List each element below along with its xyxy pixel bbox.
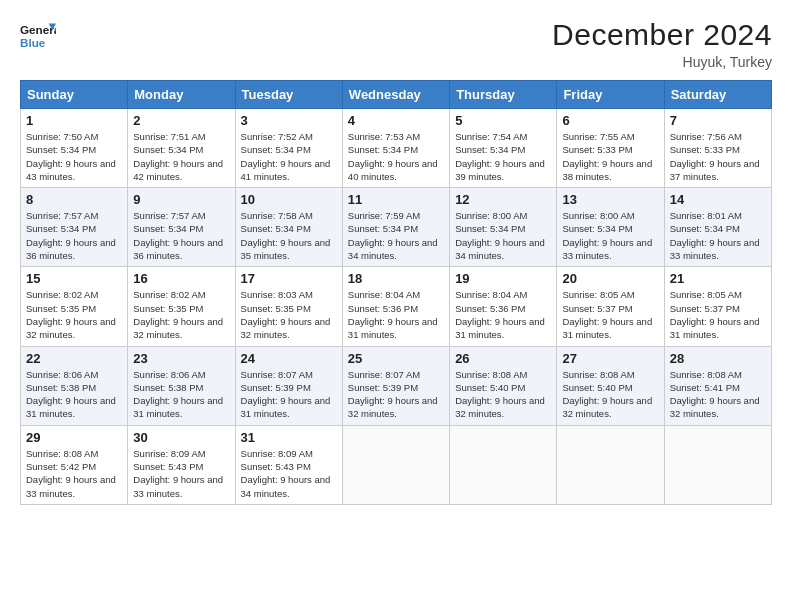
calendar-cell: 12 Sunrise: 8:00 AM Sunset: 5:34 PM Dayl…: [450, 188, 557, 267]
sunset-label: Sunset: 5:33 PM: [562, 144, 632, 155]
calendar-cell: 2 Sunrise: 7:51 AM Sunset: 5:34 PM Dayli…: [128, 109, 235, 188]
day-number: 7: [670, 113, 766, 128]
cell-info: Sunrise: 7:59 AM Sunset: 5:34 PM Dayligh…: [348, 209, 444, 262]
sunset-label: Sunset: 5:34 PM: [348, 223, 418, 234]
calendar-body: 1 Sunrise: 7:50 AM Sunset: 5:34 PM Dayli…: [21, 109, 772, 505]
calendar-cell: 17 Sunrise: 8:03 AM Sunset: 5:35 PM Dayl…: [235, 267, 342, 346]
sunrise-label: Sunrise: 7:53 AM: [348, 131, 420, 142]
calendar-cell: 18 Sunrise: 8:04 AM Sunset: 5:36 PM Dayl…: [342, 267, 449, 346]
sunrise-label: Sunrise: 8:01 AM: [670, 210, 742, 221]
sunrise-label: Sunrise: 8:08 AM: [26, 448, 98, 459]
daylight-label: Daylight: 9 hours and 31 minutes.: [670, 316, 760, 340]
sunset-label: Sunset: 5:33 PM: [670, 144, 740, 155]
day-number: 22: [26, 351, 122, 366]
day-number: 14: [670, 192, 766, 207]
daylight-label: Daylight: 9 hours and 31 minutes.: [26, 395, 116, 419]
daylight-label: Daylight: 9 hours and 43 minutes.: [26, 158, 116, 182]
cell-info: Sunrise: 7:58 AM Sunset: 5:34 PM Dayligh…: [241, 209, 337, 262]
day-number: 18: [348, 271, 444, 286]
sunrise-label: Sunrise: 8:02 AM: [133, 289, 205, 300]
sunset-label: Sunset: 5:35 PM: [241, 303, 311, 314]
daylight-label: Daylight: 9 hours and 36 minutes.: [133, 237, 223, 261]
cell-info: Sunrise: 7:56 AM Sunset: 5:33 PM Dayligh…: [670, 130, 766, 183]
calendar-cell: 29 Sunrise: 8:08 AM Sunset: 5:42 PM Dayl…: [21, 425, 128, 504]
day-number: 5: [455, 113, 551, 128]
svg-text:Blue: Blue: [20, 36, 46, 49]
cell-info: Sunrise: 8:08 AM Sunset: 5:40 PM Dayligh…: [455, 368, 551, 421]
calendar-cell: 15 Sunrise: 8:02 AM Sunset: 5:35 PM Dayl…: [21, 267, 128, 346]
sunset-label: Sunset: 5:34 PM: [670, 223, 740, 234]
day-number: 3: [241, 113, 337, 128]
sunset-label: Sunset: 5:39 PM: [241, 382, 311, 393]
calendar-cell: 3 Sunrise: 7:52 AM Sunset: 5:34 PM Dayli…: [235, 109, 342, 188]
header-day-saturday: Saturday: [664, 81, 771, 109]
calendar-cell: 25 Sunrise: 8:07 AM Sunset: 5:39 PM Dayl…: [342, 346, 449, 425]
daylight-label: Daylight: 9 hours and 31 minutes.: [133, 395, 223, 419]
logo-icon: General Blue: [20, 18, 56, 54]
day-number: 15: [26, 271, 122, 286]
daylight-label: Daylight: 9 hours and 37 minutes.: [670, 158, 760, 182]
calendar-cell: 9 Sunrise: 7:57 AM Sunset: 5:34 PM Dayli…: [128, 188, 235, 267]
calendar-cell: 6 Sunrise: 7:55 AM Sunset: 5:33 PM Dayli…: [557, 109, 664, 188]
daylight-label: Daylight: 9 hours and 40 minutes.: [348, 158, 438, 182]
sunrise-label: Sunrise: 7:55 AM: [562, 131, 634, 142]
calendar-cell: 23 Sunrise: 8:06 AM Sunset: 5:38 PM Dayl…: [128, 346, 235, 425]
header-day-sunday: Sunday: [21, 81, 128, 109]
day-number: 11: [348, 192, 444, 207]
header-day-friday: Friday: [557, 81, 664, 109]
daylight-label: Daylight: 9 hours and 32 minutes.: [241, 316, 331, 340]
cell-info: Sunrise: 7:57 AM Sunset: 5:34 PM Dayligh…: [26, 209, 122, 262]
daylight-label: Daylight: 9 hours and 32 minutes.: [26, 316, 116, 340]
cell-info: Sunrise: 8:00 AM Sunset: 5:34 PM Dayligh…: [562, 209, 658, 262]
calendar-cell: 13 Sunrise: 8:00 AM Sunset: 5:34 PM Dayl…: [557, 188, 664, 267]
sunrise-label: Sunrise: 8:00 AM: [455, 210, 527, 221]
sunrise-label: Sunrise: 8:08 AM: [670, 369, 742, 380]
sunset-label: Sunset: 5:34 PM: [241, 223, 311, 234]
week-row-1: 1 Sunrise: 7:50 AM Sunset: 5:34 PM Dayli…: [21, 109, 772, 188]
sunrise-label: Sunrise: 7:52 AM: [241, 131, 313, 142]
sunset-label: Sunset: 5:35 PM: [133, 303, 203, 314]
week-row-4: 22 Sunrise: 8:06 AM Sunset: 5:38 PM Dayl…: [21, 346, 772, 425]
logo: General Blue: [20, 18, 56, 54]
calendar-header: SundayMondayTuesdayWednesdayThursdayFrid…: [21, 81, 772, 109]
cell-info: Sunrise: 8:04 AM Sunset: 5:36 PM Dayligh…: [455, 288, 551, 341]
sunset-label: Sunset: 5:34 PM: [133, 223, 203, 234]
sunset-label: Sunset: 5:34 PM: [455, 144, 525, 155]
daylight-label: Daylight: 9 hours and 32 minutes.: [562, 395, 652, 419]
cell-info: Sunrise: 8:08 AM Sunset: 5:41 PM Dayligh…: [670, 368, 766, 421]
sunrise-label: Sunrise: 7:58 AM: [241, 210, 313, 221]
calendar-cell: 19 Sunrise: 8:04 AM Sunset: 5:36 PM Dayl…: [450, 267, 557, 346]
sunset-label: Sunset: 5:36 PM: [455, 303, 525, 314]
daylight-label: Daylight: 9 hours and 33 minutes.: [133, 474, 223, 498]
sunset-label: Sunset: 5:35 PM: [26, 303, 96, 314]
sunset-label: Sunset: 5:39 PM: [348, 382, 418, 393]
header-day-wednesday: Wednesday: [342, 81, 449, 109]
calendar-cell: 16 Sunrise: 8:02 AM Sunset: 5:35 PM Dayl…: [128, 267, 235, 346]
calendar-cell: 31 Sunrise: 8:09 AM Sunset: 5:43 PM Dayl…: [235, 425, 342, 504]
calendar-cell: 20 Sunrise: 8:05 AM Sunset: 5:37 PM Dayl…: [557, 267, 664, 346]
day-number: 1: [26, 113, 122, 128]
day-number: 23: [133, 351, 229, 366]
day-number: 24: [241, 351, 337, 366]
calendar-cell: 8 Sunrise: 7:57 AM Sunset: 5:34 PM Dayli…: [21, 188, 128, 267]
day-number: 27: [562, 351, 658, 366]
sunrise-label: Sunrise: 8:03 AM: [241, 289, 313, 300]
daylight-label: Daylight: 9 hours and 34 minutes.: [455, 237, 545, 261]
sunrise-label: Sunrise: 8:08 AM: [455, 369, 527, 380]
daylight-label: Daylight: 9 hours and 41 minutes.: [241, 158, 331, 182]
daylight-label: Daylight: 9 hours and 31 minutes.: [455, 316, 545, 340]
cell-info: Sunrise: 7:57 AM Sunset: 5:34 PM Dayligh…: [133, 209, 229, 262]
sunrise-label: Sunrise: 7:50 AM: [26, 131, 98, 142]
header-day-monday: Monday: [128, 81, 235, 109]
daylight-label: Daylight: 9 hours and 34 minutes.: [241, 474, 331, 498]
sunrise-label: Sunrise: 8:07 AM: [348, 369, 420, 380]
daylight-label: Daylight: 9 hours and 36 minutes.: [26, 237, 116, 261]
sunset-label: Sunset: 5:36 PM: [348, 303, 418, 314]
sunrise-label: Sunrise: 8:05 AM: [670, 289, 742, 300]
sunrise-label: Sunrise: 7:54 AM: [455, 131, 527, 142]
daylight-label: Daylight: 9 hours and 31 minutes.: [348, 316, 438, 340]
cell-info: Sunrise: 7:54 AM Sunset: 5:34 PM Dayligh…: [455, 130, 551, 183]
calendar-cell: 28 Sunrise: 8:08 AM Sunset: 5:41 PM Dayl…: [664, 346, 771, 425]
day-number: 4: [348, 113, 444, 128]
page: General Blue December 2024 Huyuk, Turkey…: [0, 0, 792, 612]
